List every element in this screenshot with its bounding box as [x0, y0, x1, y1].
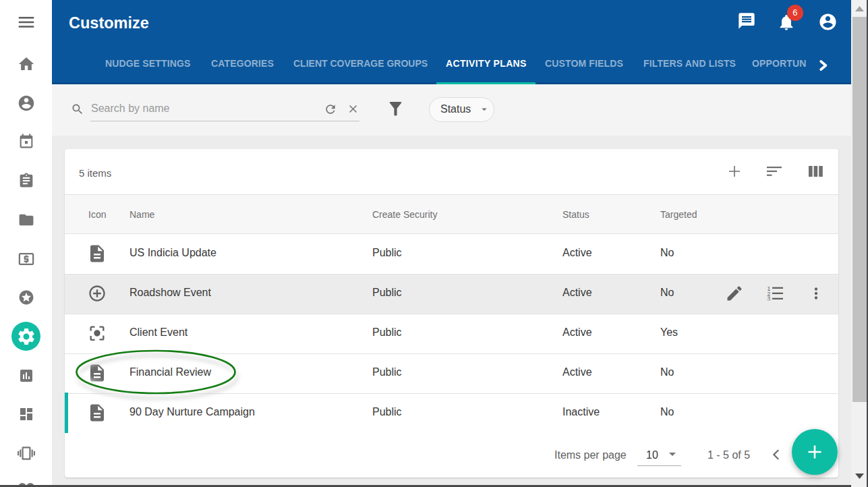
- svg-text:3: 3: [767, 295, 770, 301]
